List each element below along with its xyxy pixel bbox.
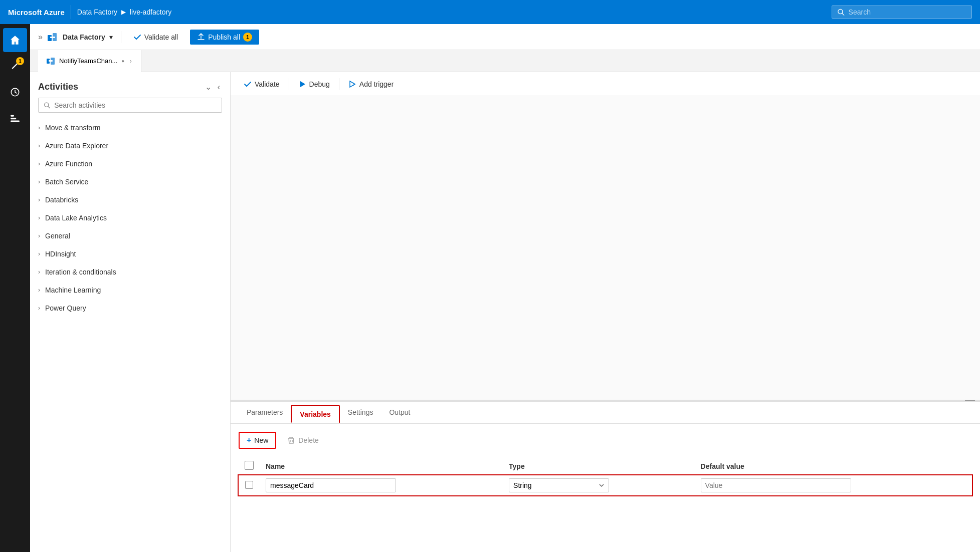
publish-all-button[interactable]: Publish all 1 <box>190 30 259 45</box>
variable-name-input[interactable] <box>266 478 396 492</box>
chevron-icon: › <box>38 160 40 167</box>
variable-type-select[interactable]: String Boolean Integer Array <box>509 478 609 492</box>
col-default-label: Default value <box>701 462 744 470</box>
sidebar-item-home[interactable] <box>3 28 27 52</box>
chevron-icon: › <box>38 214 40 221</box>
collapse-icon-btn[interactable]: ⌄ <box>203 80 214 94</box>
activity-item-general[interactable]: › General <box>30 227 230 245</box>
activity-search-input[interactable] <box>54 101 217 109</box>
chevron-icon: › <box>38 287 40 294</box>
validate-button[interactable]: Validate <box>239 77 285 91</box>
pipeline-tab[interactable]: NotifiyTeamsChan... ● › <box>38 50 141 72</box>
nav-arrow-icon: ▶ <box>121 9 126 16</box>
debug-icon <box>298 80 306 88</box>
validate-all-button[interactable]: Validate all <box>129 30 182 44</box>
tab-variables-label: Variables <box>300 410 331 418</box>
activity-item-azure-data-explorer[interactable]: › Azure Data Explorer <box>30 137 230 155</box>
chevron-icon: › <box>38 196 40 203</box>
svg-line-13 <box>48 106 50 108</box>
sidebar-item-pencil[interactable]: 1 <box>3 54 27 78</box>
top-bar-search[interactable] <box>832 6 972 19</box>
col-name-label: Name <box>266 462 285 470</box>
col-default: Default value <box>695 457 972 475</box>
variables-actions: + New Delete <box>239 432 972 449</box>
activity-item-machine-learning[interactable]: › Machine Learning <box>30 281 230 299</box>
activity-search-icon <box>44 102 50 109</box>
home-icon <box>10 35 21 46</box>
icon-bar: 1 <box>0 24 30 552</box>
activity-item-iteration-conditionals[interactable]: › Iteration & conditionals <box>30 263 230 281</box>
chevron-icon: › <box>38 232 40 239</box>
nav-instance-label[interactable]: live-adfactory <box>130 8 171 16</box>
activities-header: Activities ⌄ ‹ <box>30 72 230 98</box>
activities-title: Activities <box>38 82 78 92</box>
svg-line-1 <box>842 14 844 16</box>
activities-icons: ⌄ ‹ <box>203 80 222 94</box>
tab-parameters-label: Parameters <box>247 408 283 416</box>
sidebar-item-tools[interactable] <box>3 106 27 130</box>
activity-item-data-lake-analytics[interactable]: › Data Lake Analytics <box>30 209 230 227</box>
sidebar-item-monitor[interactable] <box>3 80 27 104</box>
activity-label: Batch Service <box>45 178 88 186</box>
activity-item-azure-function[interactable]: › Azure Function <box>30 155 230 173</box>
tab-variables[interactable]: Variables <box>291 405 340 423</box>
tab-parameters[interactable]: Parameters <box>239 402 291 423</box>
tab-settings[interactable]: Settings <box>340 402 381 423</box>
activity-item-hdinsight[interactable]: › HDInsight <box>30 245 230 263</box>
tab-expand-icon[interactable]: › <box>128 56 132 66</box>
panel-layout: Activities ⌄ ‹ › Move & transform <box>30 72 980 552</box>
expand-icon[interactable]: » <box>38 33 43 42</box>
canvas-divider-2 <box>339 78 339 90</box>
activity-item-power-query[interactable]: › Power Query <box>30 299 230 317</box>
tab-name: NotifiyTeamsChan... <box>59 57 117 65</box>
validate-canvas-icon <box>244 80 252 88</box>
publish-all-label: Publish all <box>208 33 240 41</box>
col-name: Name <box>260 457 503 475</box>
top-bar-separator <box>71 5 71 19</box>
toolbar-df-label: Data Factory <box>63 33 105 41</box>
chevron-icon: › <box>38 250 40 257</box>
toolbar-dropdown-btn[interactable]: ▾ <box>109 33 113 41</box>
activity-label: Azure Data Explorer <box>45 142 108 150</box>
tab-output[interactable]: Output <box>381 402 418 423</box>
main-layout: 1 » Data Factory ▾ <box>0 24 980 552</box>
svg-rect-4 <box>11 118 16 119</box>
chevron-icon: › <box>38 124 40 131</box>
activities-list: › Move & transform › Azure Data Explorer… <box>30 119 230 552</box>
activity-label: Iteration & conditionals <box>45 268 116 276</box>
tools-icon <box>10 113 21 124</box>
brand-label: Microsoft Azure <box>8 8 65 17</box>
activity-item-move-transform[interactable]: › Move & transform <box>30 119 230 137</box>
delete-label: Delete <box>298 436 318 444</box>
activity-label: Power Query <box>45 304 86 312</box>
tab-output-label: Output <box>389 408 410 416</box>
panel-tabs: Parameters Variables Settings Output <box>231 402 980 424</box>
row-checkbox[interactable] <box>245 481 253 489</box>
tab-dot: ● <box>121 58 124 64</box>
activity-item-databricks[interactable]: › Databricks <box>30 191 230 209</box>
plus-icon: + <box>247 436 251 445</box>
debug-button[interactable]: Debug <box>293 77 335 91</box>
header-checkbox[interactable] <box>245 461 254 470</box>
chevron-icon: › <box>38 142 40 149</box>
publish-badge: 1 <box>243 33 252 42</box>
new-variable-button[interactable]: + New <box>239 432 276 449</box>
nav-df-label[interactable]: Data Factory <box>77 8 117 16</box>
monitor-icon <box>10 87 21 98</box>
delete-variable-button[interactable]: Delete <box>282 433 323 447</box>
col-type-label: Type <box>509 462 525 470</box>
close-icon-btn[interactable]: ‹ <box>216 80 222 94</box>
edit-badge: 1 <box>16 57 24 65</box>
table-row: String Boolean Integer Array <box>239 475 972 495</box>
svg-marker-14 <box>300 81 305 87</box>
activity-label: Databricks <box>45 196 78 204</box>
col-type: Type <box>503 457 695 475</box>
add-trigger-button[interactable]: Add trigger <box>343 77 399 91</box>
canvas[interactable] <box>231 96 980 400</box>
search-input[interactable] <box>849 8 966 16</box>
activity-search-box[interactable] <box>38 98 222 113</box>
activity-item-batch-service[interactable]: › Batch Service <box>30 173 230 191</box>
top-bar-nav: Data Factory ▶ live-adfactory <box>77 8 171 16</box>
toolbar-divider-1 <box>121 31 121 43</box>
variable-default-value-input[interactable] <box>701 478 851 492</box>
